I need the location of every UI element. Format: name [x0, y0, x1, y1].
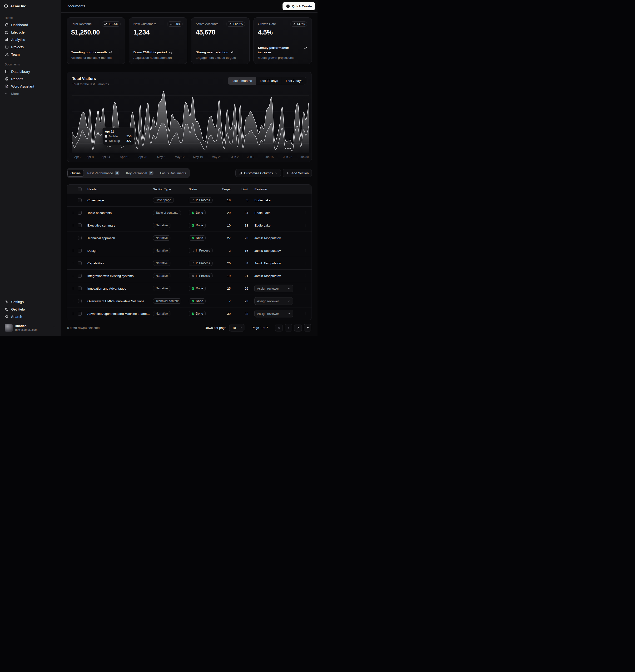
sidebar-item-settings[interactable]: Settings	[3, 298, 58, 306]
assign-reviewer-select[interactable]: Assign reviewer	[255, 297, 293, 305]
limit-value[interactable]: 23	[235, 236, 253, 240]
time-range-option[interactable]: Last 30 days	[256, 77, 282, 85]
user-email: m@example.com	[15, 328, 38, 332]
rows-per-page-select[interactable]: 10	[229, 324, 244, 332]
customize-columns-button[interactable]: Customize Columns	[235, 169, 281, 177]
pagination-prev-button[interactable]	[285, 324, 292, 332]
row-menu-button[interactable]	[304, 312, 308, 316]
pagination-next-button[interactable]	[294, 324, 302, 332]
table-header-row: Header Section Type Status Target Limit …	[67, 185, 311, 194]
grip-vertical-icon[interactable]	[71, 274, 74, 278]
tab-outline[interactable]: Outline	[67, 170, 84, 177]
row-menu-button[interactable]	[304, 223, 308, 227]
row-checkbox[interactable]	[78, 287, 82, 290]
grip-vertical-icon[interactable]	[71, 223, 74, 227]
limit-value[interactable]: 23	[235, 299, 253, 303]
limit-value[interactable]: 16	[235, 249, 253, 252]
row-menu-button[interactable]	[304, 287, 308, 290]
target-value[interactable]: 10	[218, 224, 235, 227]
grip-vertical-icon[interactable]	[71, 287, 74, 290]
sidebar-item-team[interactable]: Team	[3, 51, 58, 58]
quick-create-button[interactable]: Quick Create	[283, 2, 315, 10]
avatar	[5, 324, 13, 332]
row-menu-button[interactable]	[304, 261, 308, 265]
row-header-link[interactable]: Integration with existing systems	[87, 274, 133, 278]
row-menu-button[interactable]	[304, 274, 308, 278]
user-menu[interactable]: shadcn m@example.com	[3, 322, 58, 334]
limit-value[interactable]: 28	[235, 312, 253, 316]
limit-value[interactable]: 8	[235, 262, 253, 265]
add-section-button[interactable]: Add Section	[283, 169, 312, 177]
assign-reviewer-select[interactable]: Assign reviewer	[255, 285, 293, 292]
target-value[interactable]: 2	[218, 249, 235, 252]
sidebar-item-data-library[interactable]: Data Library	[3, 68, 58, 75]
grip-vertical-icon[interactable]	[71, 261, 74, 265]
target-value[interactable]: 19	[218, 274, 235, 278]
pagination-last-button[interactable]	[304, 324, 311, 332]
grip-vertical-icon[interactable]	[71, 299, 74, 303]
row-header-link[interactable]: Design	[87, 249, 97, 252]
row-menu-button[interactable]	[304, 249, 308, 252]
target-value[interactable]: 29	[218, 211, 235, 215]
row-checkbox[interactable]	[78, 211, 82, 215]
row-header-link[interactable]: Capabilities	[87, 262, 104, 265]
grip-vertical-icon[interactable]	[71, 211, 74, 215]
row-header-link[interactable]: Executive summary	[87, 224, 115, 227]
sidebar-item-search[interactable]: Search	[3, 313, 58, 320]
row-header-link[interactable]: Advanced Algorithms and Machine Learning	[87, 312, 150, 316]
limit-value[interactable]: 26	[235, 287, 253, 290]
row-header-link[interactable]: Innovation and Advantages	[87, 287, 126, 290]
limit-value[interactable]: 21	[235, 274, 253, 278]
pagination-first-button[interactable]	[275, 324, 283, 332]
sidebar-item-lifecycle[interactable]: Lifecycle	[3, 28, 58, 36]
row-checkbox[interactable]	[78, 312, 82, 316]
target-value[interactable]: 7	[218, 299, 235, 303]
row-checkbox[interactable]	[78, 249, 82, 252]
column-status: Status	[187, 187, 218, 191]
sidebar-item-more[interactable]: More	[3, 90, 58, 97]
sidebar-item-analytics[interactable]: Analytics	[3, 36, 58, 43]
target-value[interactable]: 25	[218, 287, 235, 290]
time-range-option[interactable]: Last 7 days	[282, 77, 306, 85]
row-checkbox[interactable]	[78, 223, 82, 227]
row-checkbox[interactable]	[78, 198, 82, 202]
row-header-link[interactable]: Technical approach	[87, 236, 115, 240]
stat-foot-subtitle: Meets growth projections	[258, 56, 307, 60]
grip-vertical-icon[interactable]	[71, 312, 74, 316]
limit-value[interactable]: 24	[235, 211, 253, 215]
target-value[interactable]: 30	[218, 312, 235, 316]
section-type-badge: Cover page	[153, 198, 174, 203]
tab-count-badge: 2	[149, 171, 154, 175]
row-header-link[interactable]: Table of contents	[87, 211, 112, 215]
time-range-option[interactable]: Last 3 months	[228, 77, 256, 85]
target-value[interactable]: 18	[218, 199, 235, 202]
grip-vertical-icon[interactable]	[71, 236, 74, 240]
tab-past-performance[interactable]: Past Performance 3	[84, 169, 123, 177]
row-menu-button[interactable]	[304, 211, 308, 215]
target-value[interactable]: 20	[218, 262, 235, 265]
tab-focus-documents[interactable]: Focus Documents	[157, 170, 189, 177]
grip-vertical-icon[interactable]	[71, 249, 74, 252]
assign-reviewer-select[interactable]: Assign reviewer	[255, 310, 293, 317]
sidebar-item-get-help[interactable]: Get Help	[3, 306, 58, 313]
sidebar-item-projects[interactable]: Projects	[3, 43, 58, 51]
limit-value[interactable]: 13	[235, 224, 253, 227]
grip-vertical-icon[interactable]	[71, 198, 74, 202]
row-checkbox[interactable]	[78, 274, 82, 278]
row-header-link[interactable]: Overview of EMR's Innovative Solutions	[87, 299, 144, 303]
row-checkbox[interactable]	[78, 261, 82, 265]
row-menu-button[interactable]	[304, 299, 308, 303]
limit-value[interactable]: 5	[235, 199, 253, 202]
row-checkbox[interactable]	[78, 236, 82, 240]
sidebar-item-word-assistant[interactable]: W Word Assistant	[3, 83, 58, 90]
row-menu-button[interactable]	[304, 236, 308, 240]
target-value[interactable]: 27	[218, 236, 235, 240]
select-all-checkbox[interactable]	[78, 187, 82, 191]
brand-button[interactable]: Acme Inc.	[0, 0, 61, 13]
row-menu-button[interactable]	[304, 198, 308, 202]
row-header-link[interactable]: Cover page	[87, 199, 104, 202]
tab-key-personnel[interactable]: Key Personnel 2	[123, 169, 157, 177]
sidebar-item-reports[interactable]: Reports	[3, 75, 58, 83]
sidebar-item-dashboard[interactable]: Dashboard	[3, 21, 58, 28]
row-checkbox[interactable]	[78, 299, 82, 303]
